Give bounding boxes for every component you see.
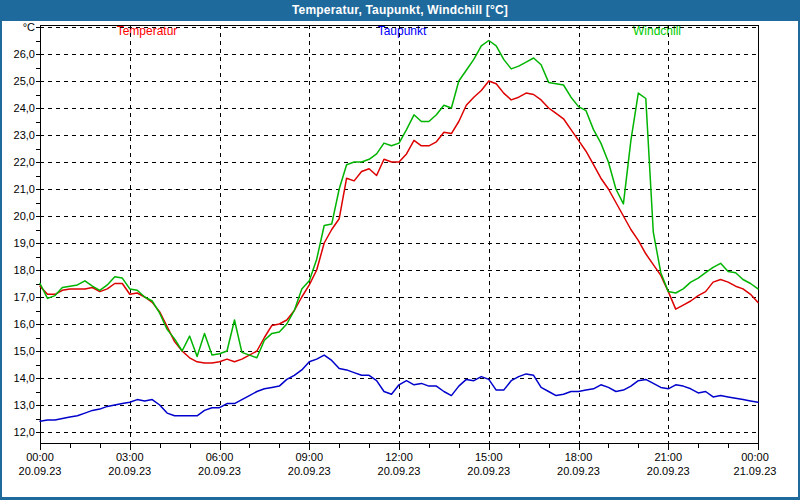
x-tick-time-label: 00:00	[741, 451, 769, 463]
y-tick-label: 25,0	[14, 75, 35, 87]
y-axis-unit-label: °C	[23, 21, 35, 33]
y-tick-label: 15,0	[14, 345, 35, 357]
x-tick-date-label: 21.09.23	[734, 465, 777, 476]
x-tick-time-label: 12:00	[385, 451, 413, 463]
x-tick-date-label: 20.09.23	[647, 465, 690, 476]
y-tick-label: 23,0	[14, 129, 35, 141]
gridlines	[40, 25, 758, 443]
x-tick-time-label: 18:00	[565, 451, 593, 463]
x-tick-date-label: 20.09.23	[288, 465, 331, 476]
x-tick-time-label: 09:00	[295, 451, 323, 463]
x-tick-time-label: 21:00	[654, 451, 682, 463]
y-tick-label: 13,0	[14, 399, 35, 411]
x-tick-date-label: 20.09.23	[557, 465, 600, 476]
chart-window: Temperatur, Taupunkt, Windchill [°C] Tem…	[0, 0, 800, 500]
y-tick-label: 20,0	[14, 210, 35, 222]
x-tick-date-label: 20.09.23	[467, 465, 510, 476]
y-tick-label: 14,0	[14, 372, 35, 384]
x-tick-date-label: 20.09.23	[108, 465, 151, 476]
x-tick-date-label: 20.09.23	[19, 465, 62, 476]
y-tick-label: 22,0	[14, 156, 35, 168]
y-tick-label: 12,0	[14, 426, 35, 438]
chart-canvas: 26,025,024,023,022,021,020,019,018,017,0…	[2, 0, 798, 476]
x-tick-time-label: 06:00	[206, 451, 234, 463]
x-tick-time-label: 03:00	[116, 451, 144, 463]
x-tick-time-label: 15:00	[475, 451, 503, 463]
x-tick-time-label: 00:00	[26, 451, 54, 463]
y-tick-label: 19,0	[14, 237, 35, 249]
y-tick-label: 17,0	[14, 291, 35, 303]
series-line-windchill	[40, 41, 758, 358]
x-tick-date-label: 20.09.23	[198, 465, 241, 476]
y-tick-label: 18,0	[14, 264, 35, 276]
y-tick-label: 21,0	[14, 183, 35, 195]
x-tick-date-label: 20.09.23	[378, 465, 421, 476]
y-tick-label: 24,0	[14, 102, 35, 114]
x-axis-labels: 00:0020.09.2303:0020.09.2306:0020.09.230…	[19, 451, 777, 476]
y-axis-labels: 26,025,024,023,022,021,020,019,018,017,0…	[14, 21, 35, 438]
y-tick-label: 26,0	[14, 48, 35, 60]
y-tick-label: 16,0	[14, 318, 35, 330]
